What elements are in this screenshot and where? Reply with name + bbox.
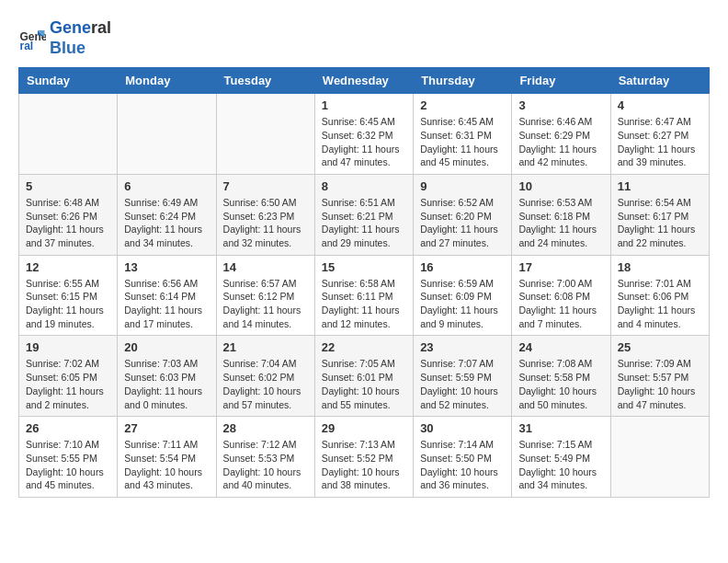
day-number: 11 [618, 179, 702, 193]
day-number: 24 [518, 340, 603, 354]
day-info: Sunrise: 7:08 AM Sunset: 5:58 PM Dayligh… [518, 357, 603, 411]
day-number: 4 [618, 98, 702, 112]
calendar-body: 1Sunrise: 6:45 AM Sunset: 6:32 PM Daylig… [19, 94, 710, 498]
weekday-header-cell: Tuesday [216, 68, 314, 94]
calendar-cell: 12Sunrise: 6:55 AM Sunset: 6:15 PM Dayli… [19, 255, 118, 336]
day-info: Sunrise: 7:05 AM Sunset: 6:01 PM Dayligh… [322, 357, 406, 411]
calendar-cell: 7Sunrise: 6:50 AM Sunset: 6:23 PM Daylig… [216, 174, 314, 255]
day-number: 15 [322, 260, 406, 274]
day-info: Sunrise: 6:45 AM Sunset: 6:31 PM Dayligh… [420, 115, 505, 169]
header: Gene ral General Blue [18, 18, 710, 58]
weekday-header-cell: Thursday [414, 68, 512, 94]
day-number: 7 [223, 179, 308, 193]
day-number: 13 [124, 260, 209, 274]
day-info: Sunrise: 6:48 AM Sunset: 6:26 PM Dayligh… [26, 196, 110, 250]
day-number: 26 [26, 421, 110, 435]
day-number: 8 [322, 179, 406, 193]
day-info: Sunrise: 7:07 AM Sunset: 5:59 PM Dayligh… [420, 357, 505, 411]
day-info: Sunrise: 6:50 AM Sunset: 6:23 PM Dayligh… [223, 196, 308, 250]
calendar-cell: 22Sunrise: 7:05 AM Sunset: 6:01 PM Dayli… [314, 336, 413, 417]
calendar-week-row: 5Sunrise: 6:48 AM Sunset: 6:26 PM Daylig… [19, 174, 710, 255]
calendar-cell: 19Sunrise: 7:02 AM Sunset: 6:05 PM Dayli… [19, 336, 118, 417]
day-number: 30 [420, 421, 505, 435]
day-info: Sunrise: 6:53 AM Sunset: 6:18 PM Dayligh… [518, 196, 603, 250]
calendar-cell: 25Sunrise: 7:09 AM Sunset: 5:57 PM Dayli… [610, 336, 709, 417]
calendar-cell: 10Sunrise: 6:53 AM Sunset: 6:18 PM Dayli… [512, 174, 610, 255]
day-number: 17 [518, 260, 603, 274]
day-number: 18 [618, 260, 702, 274]
calendar-cell: 18Sunrise: 7:01 AM Sunset: 6:06 PM Dayli… [610, 255, 709, 336]
day-number: 14 [223, 260, 308, 274]
calendar-cell: 6Sunrise: 6:49 AM Sunset: 6:24 PM Daylig… [118, 174, 216, 255]
weekday-header-cell: Friday [512, 68, 610, 94]
calendar-cell: 14Sunrise: 6:57 AM Sunset: 6:12 PM Dayli… [216, 255, 314, 336]
calendar-cell: 20Sunrise: 7:03 AM Sunset: 6:03 PM Dayli… [118, 336, 216, 417]
day-number: 9 [420, 179, 505, 193]
day-info: Sunrise: 7:09 AM Sunset: 5:57 PM Dayligh… [618, 357, 702, 411]
day-info: Sunrise: 6:45 AM Sunset: 6:32 PM Dayligh… [322, 115, 406, 169]
calendar-cell: 5Sunrise: 6:48 AM Sunset: 6:26 PM Daylig… [19, 174, 118, 255]
day-info: Sunrise: 7:13 AM Sunset: 5:52 PM Dayligh… [322, 438, 406, 492]
calendar-cell [216, 94, 314, 175]
day-number: 3 [518, 98, 603, 112]
day-number: 21 [223, 340, 308, 354]
day-info: Sunrise: 7:01 AM Sunset: 6:06 PM Dayligh… [618, 277, 702, 331]
calendar-cell [610, 417, 709, 498]
logo: Gene ral General Blue [18, 18, 111, 58]
day-info: Sunrise: 7:15 AM Sunset: 5:49 PM Dayligh… [518, 438, 603, 492]
day-number: 5 [26, 179, 110, 193]
day-info: Sunrise: 7:02 AM Sunset: 6:05 PM Dayligh… [26, 357, 110, 411]
day-info: Sunrise: 7:11 AM Sunset: 5:54 PM Dayligh… [124, 438, 209, 492]
weekday-header-row: SundayMondayTuesdayWednesdayThursdayFrid… [19, 68, 710, 94]
logo-text: General Blue [50, 18, 111, 58]
weekday-header-cell: Saturday [610, 68, 709, 94]
calendar-cell: 26Sunrise: 7:10 AM Sunset: 5:55 PM Dayli… [19, 417, 118, 498]
day-info: Sunrise: 6:54 AM Sunset: 6:17 PM Dayligh… [618, 196, 702, 250]
day-info: Sunrise: 7:03 AM Sunset: 6:03 PM Dayligh… [124, 357, 209, 411]
day-number: 23 [420, 340, 505, 354]
calendar-cell: 15Sunrise: 6:58 AM Sunset: 6:11 PM Dayli… [314, 255, 413, 336]
calendar-cell: 21Sunrise: 7:04 AM Sunset: 6:02 PM Dayli… [216, 336, 314, 417]
day-info: Sunrise: 7:00 AM Sunset: 6:08 PM Dayligh… [518, 277, 603, 331]
day-info: Sunrise: 7:12 AM Sunset: 5:53 PM Dayligh… [223, 438, 308, 492]
day-info: Sunrise: 7:04 AM Sunset: 6:02 PM Dayligh… [223, 357, 308, 411]
calendar-week-row: 1Sunrise: 6:45 AM Sunset: 6:32 PM Daylig… [19, 94, 710, 175]
calendar-cell: 27Sunrise: 7:11 AM Sunset: 5:54 PM Dayli… [118, 417, 216, 498]
calendar-cell: 23Sunrise: 7:07 AM Sunset: 5:59 PM Dayli… [414, 336, 512, 417]
logo-icon: Gene ral [18, 25, 46, 52]
calendar-cell [19, 94, 118, 175]
day-info: Sunrise: 7:10 AM Sunset: 5:55 PM Dayligh… [26, 438, 110, 492]
day-info: Sunrise: 7:14 AM Sunset: 5:50 PM Dayligh… [420, 438, 505, 492]
calendar-cell [118, 94, 216, 175]
day-info: Sunrise: 6:46 AM Sunset: 6:29 PM Dayligh… [518, 115, 603, 169]
day-number: 25 [618, 340, 702, 354]
weekday-header-cell: Wednesday [314, 68, 413, 94]
calendar-cell: 4Sunrise: 6:47 AM Sunset: 6:27 PM Daylig… [610, 94, 709, 175]
day-number: 27 [124, 421, 209, 435]
day-number: 16 [420, 260, 505, 274]
day-info: Sunrise: 6:52 AM Sunset: 6:20 PM Dayligh… [420, 196, 505, 250]
calendar-week-row: 12Sunrise: 6:55 AM Sunset: 6:15 PM Dayli… [19, 255, 710, 336]
day-info: Sunrise: 6:47 AM Sunset: 6:27 PM Dayligh… [618, 115, 702, 169]
day-info: Sunrise: 6:55 AM Sunset: 6:15 PM Dayligh… [26, 277, 110, 331]
day-number: 28 [223, 421, 308, 435]
calendar-cell: 11Sunrise: 6:54 AM Sunset: 6:17 PM Dayli… [610, 174, 709, 255]
calendar-cell: 28Sunrise: 7:12 AM Sunset: 5:53 PM Dayli… [216, 417, 314, 498]
day-info: Sunrise: 6:58 AM Sunset: 6:11 PM Dayligh… [322, 277, 406, 331]
calendar-cell: 30Sunrise: 7:14 AM Sunset: 5:50 PM Dayli… [414, 417, 512, 498]
day-number: 2 [420, 98, 505, 112]
calendar-cell: 9Sunrise: 6:52 AM Sunset: 6:20 PM Daylig… [414, 174, 512, 255]
calendar-cell: 29Sunrise: 7:13 AM Sunset: 5:52 PM Dayli… [314, 417, 413, 498]
calendar-cell: 16Sunrise: 6:59 AM Sunset: 6:09 PM Dayli… [414, 255, 512, 336]
svg-text:ral: ral [20, 40, 34, 52]
calendar-week-row: 26Sunrise: 7:10 AM Sunset: 5:55 PM Dayli… [19, 417, 710, 498]
calendar-cell: 3Sunrise: 6:46 AM Sunset: 6:29 PM Daylig… [512, 94, 610, 175]
calendar-cell: 8Sunrise: 6:51 AM Sunset: 6:21 PM Daylig… [314, 174, 413, 255]
weekday-header-cell: Monday [118, 68, 216, 94]
day-number: 10 [518, 179, 603, 193]
calendar-container: Gene ral General Blue SundayMondayTuesda… [0, 0, 728, 507]
day-number: 12 [26, 260, 110, 274]
day-info: Sunrise: 6:56 AM Sunset: 6:14 PM Dayligh… [124, 277, 209, 331]
calendar-cell: 1Sunrise: 6:45 AM Sunset: 6:32 PM Daylig… [314, 94, 413, 175]
day-number: 31 [518, 421, 603, 435]
